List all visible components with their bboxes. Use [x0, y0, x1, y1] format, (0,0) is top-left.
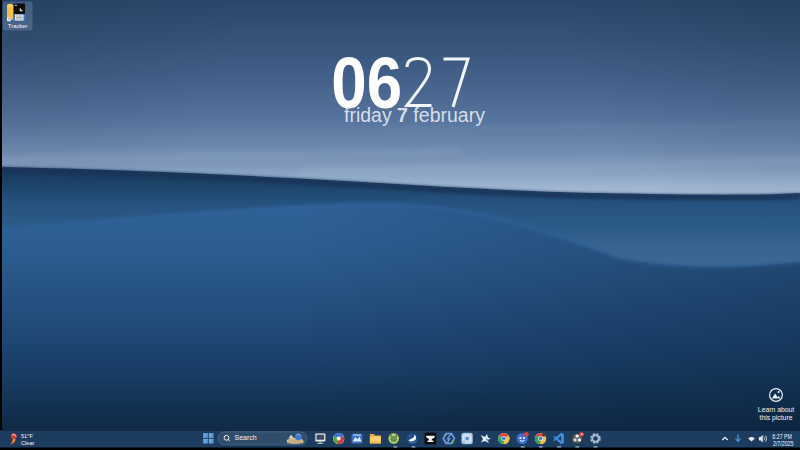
svg-text:51°F: 51°F: [21, 433, 33, 439]
svg-text:2/7/2025: 2/7/2025: [773, 440, 794, 447]
svg-text:this picture: this picture: [760, 414, 793, 422]
svg-text:Tracker: Tracker: [8, 23, 28, 29]
svg-text:Search: Search: [235, 434, 257, 441]
svg-text:6:27 PM: 6:27 PM: [772, 434, 792, 441]
svg-text:Learn about: Learn about: [758, 406, 794, 413]
svg-text:Clear: Clear: [21, 440, 35, 446]
svg-text:friday 7 february: friday 7 february: [344, 104, 485, 126]
